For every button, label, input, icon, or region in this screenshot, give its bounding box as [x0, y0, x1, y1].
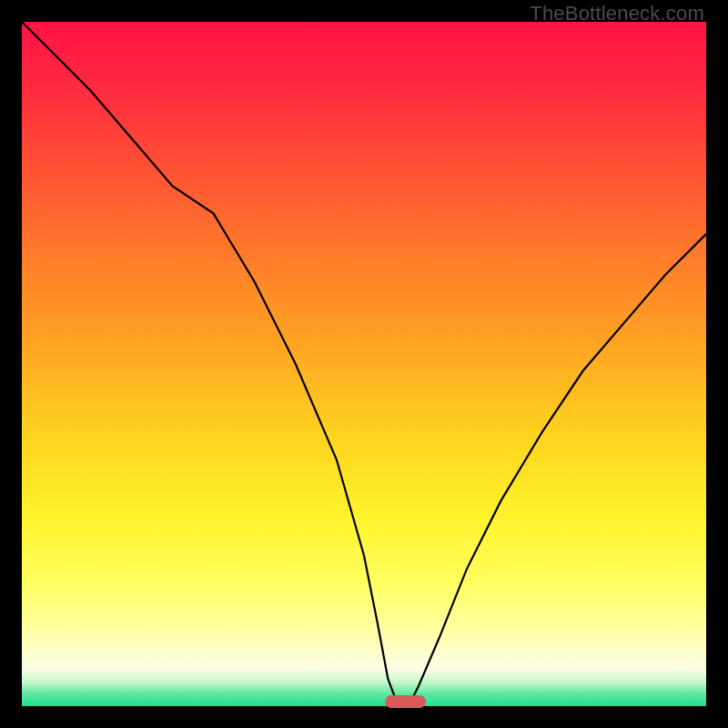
watermark-text: TheBottleneck.com [530, 2, 704, 25]
chart-frame [22, 22, 706, 706]
optimal-range-marker [385, 695, 426, 708]
chart-background [22, 22, 706, 706]
bottleneck-chart [22, 22, 706, 706]
